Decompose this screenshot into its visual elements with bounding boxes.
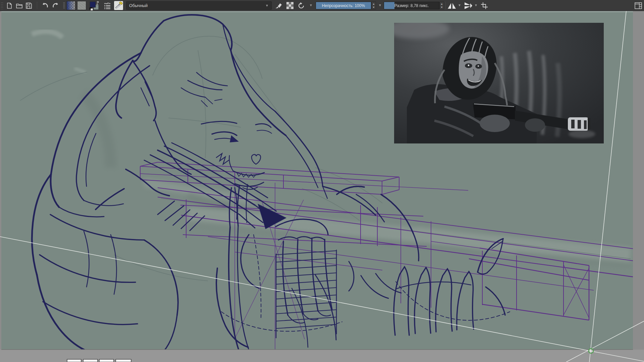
default-colors-icon[interactable] bbox=[90, 7, 93, 10]
reload-icon bbox=[298, 2, 305, 9]
pasteboard-left bbox=[0, 11, 1, 362]
brush-preset-thumbnail bbox=[114, 1, 123, 10]
redo-button[interactable] bbox=[51, 1, 60, 10]
eraser-icon bbox=[275, 2, 282, 9]
opacity-spinner[interactable]: ▲▼ bbox=[371, 2, 376, 9]
brush-settings-icon bbox=[104, 2, 111, 9]
undo-icon bbox=[41, 2, 49, 9]
save-document-button[interactable] bbox=[24, 1, 33, 10]
redo-icon bbox=[52, 2, 59, 9]
gradient-swatch[interactable] bbox=[66, 1, 75, 10]
chevron-down-icon[interactable]: ▼ bbox=[458, 3, 461, 7]
opacity-slider[interactable]: Непрозрачность: 100% bbox=[316, 2, 371, 9]
reload-preset-button[interactable] bbox=[297, 1, 306, 10]
undo-button[interactable] bbox=[40, 1, 50, 10]
save-floppy-icon bbox=[25, 2, 32, 9]
chevron-down-icon[interactable]: ▼ bbox=[474, 3, 478, 7]
mirror-vertical-icon bbox=[464, 2, 472, 9]
pasteboard-right bbox=[633, 11, 644, 362]
main-toolbar: Обычный ▼ ▼ Непрозрачность: 100% ▲▼ ▼ Ра… bbox=[0, 0, 644, 11]
wrap-around-mode-button[interactable] bbox=[480, 1, 489, 10]
new-document-icon bbox=[6, 2, 13, 9]
blending-mode-value: Обычный bbox=[129, 3, 148, 8]
toolbar-separator bbox=[37, 2, 37, 9]
brush-settings-button[interactable] bbox=[103, 1, 112, 10]
chevron-down-icon: ▼ bbox=[265, 4, 269, 7]
eraser-mode-button[interactable] bbox=[274, 1, 283, 10]
mirror-horizontal-button[interactable] bbox=[447, 1, 457, 10]
brush-size-slider[interactable]: Размер: 8,78 пикс. bbox=[384, 2, 439, 9]
open-document-button[interactable] bbox=[15, 1, 24, 10]
vanishing-point-handle[interactable] bbox=[589, 349, 593, 353]
mirror-vertical-button[interactable] bbox=[463, 1, 473, 10]
open-folder-icon bbox=[16, 2, 23, 9]
chevron-down-icon[interactable]: ▼ bbox=[309, 3, 313, 7]
new-document-button[interactable] bbox=[5, 1, 14, 10]
toolbar-separator-dotted bbox=[63, 2, 65, 9]
canvas-artwork bbox=[0, 11, 644, 362]
toolbar-drag-handle[interactable] bbox=[1, 1, 3, 10]
brush-preset-button[interactable] bbox=[113, 0, 124, 11]
bottom-docker-swatches[interactable] bbox=[67, 359, 131, 362]
mirror-horizontal-icon bbox=[447, 2, 456, 9]
brush-size-spinner[interactable]: ▲▼ bbox=[439, 2, 444, 9]
brush-size-slider-label: Размер: 8,78 пикс. bbox=[384, 2, 439, 9]
workspace-layout-icon bbox=[635, 2, 642, 9]
swap-colors-icon[interactable] bbox=[97, 1, 99, 5]
wrap-around-icon bbox=[481, 2, 488, 9]
preserve-alpha-checkerboard-icon bbox=[286, 2, 293, 9]
chevron-down-icon[interactable]: ▼ bbox=[378, 3, 382, 7]
blending-mode-select[interactable]: Обычный ▼ bbox=[126, 1, 272, 10]
canvas-viewport[interactable] bbox=[0, 11, 644, 362]
pattern-swatch[interactable] bbox=[77, 1, 86, 10]
opacity-slider-label: Непрозрачность: 100% bbox=[316, 2, 371, 9]
reference-image bbox=[386, 19, 604, 143]
foreground-color-swatch[interactable] bbox=[90, 2, 96, 7]
foreground-background-colors[interactable] bbox=[89, 1, 101, 10]
preserve-alpha-button[interactable] bbox=[285, 1, 294, 10]
choose-workspace-button[interactable] bbox=[634, 1, 643, 10]
toolbar-separator bbox=[445, 2, 445, 9]
